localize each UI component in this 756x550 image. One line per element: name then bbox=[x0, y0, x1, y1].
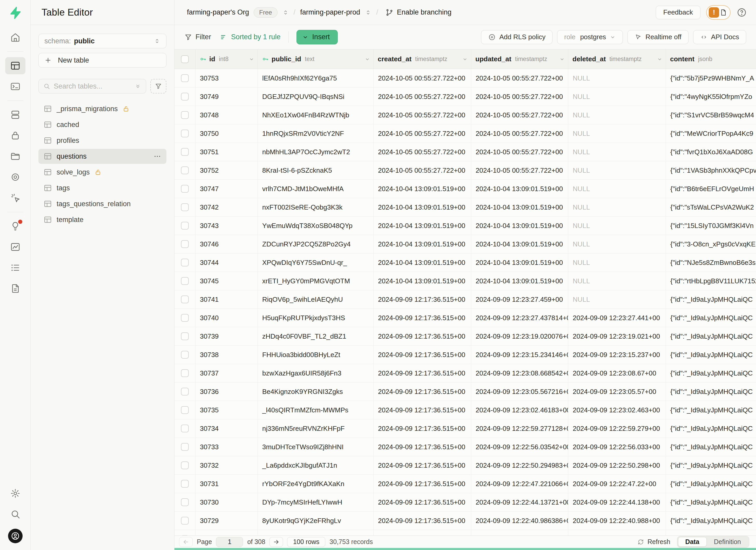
breadcrumb-project[interactable]: farming-paper-prod bbox=[300, 8, 360, 16]
row-checkbox[interactable] bbox=[181, 406, 189, 414]
schema-select[interactable]: schema: public bbox=[38, 34, 166, 48]
cell-content[interactable]: {"id":"_Id9aLyJpMHQLaiQC bbox=[666, 401, 756, 419]
cell-created_at[interactable]: 2024-09-09 12:17:36.515+00 bbox=[374, 512, 471, 530]
cell-content[interactable]: {"id":"NJe5s8ZmBwnoB6e3s bbox=[666, 253, 756, 272]
table-list-item-solve_logs[interactable]: solve_logs bbox=[38, 165, 166, 180]
breadcrumb-org[interactable]: farming-paper's Org bbox=[187, 8, 249, 16]
cell-updated_at[interactable]: 2024-10-04 13:09:01.519+00 bbox=[471, 235, 568, 253]
row-checkbox[interactable] bbox=[181, 259, 189, 266]
sidebar-item-realtime[interactable] bbox=[5, 189, 25, 206]
row-checkbox[interactable] bbox=[181, 203, 189, 211]
user-avatar[interactable] bbox=[8, 529, 23, 543]
next-page-button[interactable] bbox=[269, 537, 283, 547]
cell-content[interactable]: {"id":"_Id9aLyJpMHQLaiQC bbox=[666, 327, 756, 345]
cell-id[interactable]: 30729 bbox=[195, 512, 258, 530]
cell-updated_at[interactable]: 2024-09-09 12:22:40.986386+00 bbox=[471, 512, 568, 530]
cell-content[interactable]: {"id":"_Id9aLyJpMHQLaiQC bbox=[666, 512, 756, 530]
sidebar-item-table-editor[interactable] bbox=[5, 57, 25, 74]
cell-public_id[interactable]: 1hnRQjxSRm2V0VticY2NF bbox=[258, 124, 374, 143]
cell-deleted_at[interactable]: NULL bbox=[568, 69, 666, 87]
cell-deleted_at[interactable]: NULL bbox=[568, 235, 666, 253]
cell-id[interactable]: 30748 bbox=[195, 106, 258, 124]
column-menu-icon[interactable] bbox=[365, 56, 370, 62]
cell-public_id[interactable]: Be4KignzoK9YRGNI3Zgks bbox=[258, 383, 374, 401]
tab-data[interactable]: Data bbox=[678, 537, 707, 547]
cell-id[interactable]: 30752 bbox=[195, 161, 258, 179]
row-checkbox[interactable] bbox=[181, 166, 189, 174]
select-all-checkbox[interactable] bbox=[181, 55, 189, 63]
cell-content[interactable]: {"id":"3-O8cn_xPgs0cVxqKE bbox=[666, 235, 756, 253]
cell-deleted_at[interactable]: NULL bbox=[568, 161, 666, 179]
sidebar-item-logs[interactable] bbox=[5, 259, 25, 276]
cell-created_at[interactable]: 2024-10-05 00:55:27.722+00 bbox=[374, 143, 471, 161]
cell-public_id[interactable]: DGEJfJZPQUV9Q-IBqsNSi bbox=[258, 88, 374, 106]
cell-updated_at[interactable]: 2024-10-04 13:09:01.519+00 bbox=[471, 198, 568, 216]
org-switcher-icon[interactable] bbox=[282, 9, 289, 16]
cell-id[interactable]: 30738 bbox=[195, 346, 258, 364]
filter-button[interactable]: Filter bbox=[184, 33, 211, 41]
cell-content[interactable]: {"id":"_Id9aLyJpMHQLaiQC bbox=[666, 309, 756, 327]
sidebar-item-edge-functions[interactable] bbox=[5, 169, 25, 186]
cell-content[interactable]: {"id":"_Id9aLyJpMHQLaiQC bbox=[666, 438, 756, 456]
column-menu-icon[interactable] bbox=[462, 56, 468, 62]
cell-created_at[interactable]: 2024-09-09 12:17:36.515+00 bbox=[374, 364, 471, 382]
cell-public_id[interactable]: nj336mN5reuRVNZrKHFpF bbox=[258, 419, 374, 438]
plan-badge[interactable]: Free bbox=[254, 7, 277, 18]
cell-content[interactable]: {"id":"_Id9aLyJpMHQLaiQC bbox=[666, 346, 756, 364]
cell-updated_at[interactable]: 2024-10-05 00:55:27.722+00 bbox=[471, 143, 568, 161]
enable-branching-button[interactable]: Enable branching bbox=[386, 8, 451, 16]
cell-updated_at[interactable]: 2024-09-09 12:23:15.234146+00 bbox=[471, 346, 568, 364]
cell-created_at[interactable]: 2024-09-09 12:17:36.515+00 bbox=[374, 493, 471, 511]
api-docs-button[interactable]: API Docs bbox=[693, 30, 746, 44]
sidebar-item-database[interactable] bbox=[5, 106, 25, 123]
cell-updated_at[interactable]: 2024-09-09 12:23:19.020076+00 bbox=[471, 327, 568, 345]
cell-public_id[interactable]: nbMhHL3AP7OcCJymc2wT2 bbox=[258, 143, 374, 161]
cell-content[interactable]: {"id":"fvrQ1bXoJ6XaAD08G bbox=[666, 143, 756, 161]
cell-public_id[interactable]: DYp-7mcyMSIrHefLYIwwH bbox=[258, 493, 374, 511]
cell-public_id[interactable]: _l40sQIRTmMZfcm-MWMPs bbox=[258, 401, 374, 419]
cell-public_id[interactable]: _La6pddxcKJIbgufATJ1n bbox=[258, 456, 374, 474]
row-checkbox[interactable] bbox=[181, 111, 189, 119]
cell-deleted_at[interactable]: NULL bbox=[568, 253, 666, 272]
cell-deleted_at[interactable]: 2024-09-09 12:22:40.988+00 bbox=[568, 512, 666, 530]
cell-updated_at[interactable]: 2024-10-05 00:55:27.722+00 bbox=[471, 106, 568, 124]
cell-deleted_at[interactable]: NULL bbox=[568, 143, 666, 161]
feedback-button[interactable]: Feedback bbox=[656, 6, 700, 19]
cell-id[interactable]: 30731 bbox=[195, 475, 258, 493]
cell-updated_at[interactable]: 2024-09-09 12:22:47.221066+00 bbox=[471, 475, 568, 493]
cell-public_id[interactable]: zHDq4c0F0VBF_TL2_dBZ1 bbox=[258, 327, 374, 345]
cell-created_at[interactable]: 2024-09-09 12:17:36.515+00 bbox=[374, 383, 471, 401]
sidebar-item-search[interactable] bbox=[5, 506, 25, 523]
cell-id[interactable]: 30749 bbox=[195, 88, 258, 106]
table-list-item-profiles[interactable]: profiles bbox=[38, 133, 166, 148]
cell-deleted_at[interactable]: NULL bbox=[568, 124, 666, 143]
cell-updated_at[interactable]: 2024-09-09 12:22:44.13721+00 bbox=[471, 493, 568, 511]
cell-content[interactable]: {"id":"_Id9aLyJpMHQLaiQC bbox=[666, 383, 756, 401]
cell-public_id[interactable]: XPQwDIqY6Y75SwDnU-qr_ bbox=[258, 253, 374, 272]
cell-created_at[interactable]: 2024-10-05 00:55:27.722+00 bbox=[374, 88, 471, 106]
cell-public_id[interactable]: rYbORF2e4YgDt9fKAXaKn bbox=[258, 475, 374, 493]
cell-id[interactable]: 30753 bbox=[195, 69, 258, 87]
cell-updated_at[interactable]: 2024-10-04 13:09:01.519+00 bbox=[471, 272, 568, 290]
cell-public_id[interactable]: vrlh7CMD-JtM1bOweMHfA bbox=[258, 180, 374, 198]
cell-public_id[interactable]: nxFT002ISeRE-Qobg3K3k bbox=[258, 198, 374, 216]
cell-deleted_at[interactable]: NULL bbox=[568, 290, 666, 308]
cell-deleted_at[interactable]: 2024-09-09 12:23:15.237+00 bbox=[568, 346, 666, 364]
cell-created_at[interactable]: 2024-09-09 12:17:36.515+00 bbox=[374, 419, 471, 438]
cell-deleted_at[interactable]: NULL bbox=[568, 272, 666, 290]
cell-content[interactable]: {"id":"5b7j5Pz9WHBNmY_A bbox=[666, 69, 756, 87]
cell-updated_at[interactable]: 2024-09-09 12:22:50.294983+00 bbox=[471, 456, 568, 474]
cell-updated_at[interactable]: 2024-10-05 00:55:27.722+00 bbox=[471, 69, 568, 87]
cell-content[interactable]: {"id":"_Id9aLyJpMHQLaiQC bbox=[666, 530, 756, 535]
cell-content[interactable]: {"id":"1VASb3phnXXkQPCpv bbox=[666, 161, 756, 179]
sidebar-item-sql-editor[interactable] bbox=[5, 78, 25, 95]
cell-public_id[interactable]: NhXEo1Xw04FnB4RzWTNjb bbox=[258, 106, 374, 124]
cell-created_at[interactable]: 2024-10-04 13:09:01.519+00 bbox=[374, 180, 471, 198]
cell-content[interactable]: {"id":"S1vrVC5BrB59wqcM4 bbox=[666, 106, 756, 124]
cell-content[interactable]: {"id":"_Id9aLyJpMHQLaiQC bbox=[666, 493, 756, 511]
cell-updated_at[interactable]: 2024-10-05 00:55:27.722+00 bbox=[471, 161, 568, 179]
new-table-button[interactable]: New table bbox=[38, 53, 166, 68]
row-checkbox[interactable] bbox=[181, 93, 189, 100]
cell-public_id[interactable]: xrETI_HyGY0mPMGVqtOTM bbox=[258, 272, 374, 290]
cell-public_id[interactable]: 8yUKotr9qGYjK2eFRhgLv bbox=[258, 512, 374, 530]
